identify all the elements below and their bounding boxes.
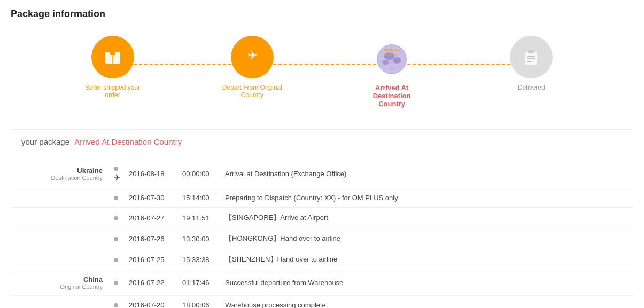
clipboard-icon — [521, 46, 541, 68]
progress-section: Seller shipped your order ✈ Depart From … — [11, 30, 633, 113]
step-label-depart: Depart From Original Country — [220, 84, 284, 99]
timeline-dot — [114, 281, 118, 285]
location-cell — [11, 249, 107, 270]
table-row: China Original Country2016-07-2201:17:46… — [11, 270, 633, 296]
step-circle-delivered — [510, 36, 553, 78]
location-cell — [11, 296, 107, 309]
svg-text:✈: ✈ — [247, 49, 257, 62]
dot-cell — [107, 188, 125, 208]
dot-cell — [107, 270, 125, 296]
svg-text:Tracking: Tracking — [386, 52, 397, 55]
step-circle-seller-shipped — [91, 36, 134, 78]
description-cell: 【HONGKONG】Hand over to airline — [221, 228, 633, 249]
description-cell: Arrival at Destination (Exchange Office) — [221, 159, 633, 188]
tracking-table: Ukraine Destination Country ✈2016-08-180… — [11, 159, 633, 308]
status-text-section: your package Arrived At Destination Coun… — [11, 129, 633, 154]
progress-step-delivered: Delivered — [462, 36, 601, 91]
date-cell: 2016-07-25 — [125, 249, 178, 270]
step-label-arrived: Arrived At Destination Country — [360, 84, 424, 108]
progress-step-depart: ✈ Depart From Original Country — [182, 36, 322, 99]
status-highlight: Arrived At Destination Country — [74, 137, 182, 146]
page-container: Package information Seller shipped your … — [0, 0, 644, 308]
location-cell — [11, 228, 107, 249]
step-circle-depart: ✈ — [231, 36, 274, 78]
date-cell: 2016-07-30 — [125, 188, 178, 208]
date-cell: 2016-07-20 — [125, 296, 178, 309]
table-row: 2016-07-2018:00:06Warehouse processing c… — [11, 296, 633, 309]
description-cell: 【SHENZHEN】Hand over to airline — [221, 249, 633, 270]
progress-step-arrived: Global Order Tracking Arrived At Destina… — [322, 36, 462, 108]
time-cell: 15:33:38 — [178, 249, 221, 270]
date-cell: 2016-07-26 — [125, 228, 178, 249]
timeline-dot — [114, 167, 118, 171]
timeline-dot — [114, 237, 118, 241]
time-cell: 00:00:00 — [178, 159, 221, 188]
dot-cell — [107, 228, 125, 249]
time-cell: 01:17:46 — [178, 270, 221, 296]
description-cell: 【SINGAPORE】Arrive at Airport — [221, 208, 633, 228]
timeline-dot — [114, 196, 118, 200]
location-cell — [11, 188, 107, 208]
description-cell: Preparing to Dispatch (Country: XX) - fo… — [221, 188, 633, 208]
location-cell — [11, 208, 107, 228]
globe-circle: Global Order Tracking — [370, 36, 413, 78]
location-cell: China Original Country — [11, 270, 107, 296]
date-cell: 2016-08-18 — [125, 159, 178, 188]
svg-point-10 — [383, 60, 389, 65]
table-row: 2016-07-2719:11:51【SINGAPORE】Arrive at A… — [11, 208, 633, 228]
dot-cell — [107, 296, 125, 309]
location-cell: Ukraine Destination Country — [11, 159, 107, 188]
package-icon — [102, 44, 123, 70]
description-cell: Warehouse processing complete — [221, 296, 633, 309]
svg-text:Global Order: Global Order — [384, 49, 400, 51]
dot-cell: ✈ — [107, 159, 125, 188]
timeline-dot — [114, 216, 118, 220]
time-cell: 15:14:00 — [178, 188, 221, 208]
location-main: China — [15, 275, 103, 283]
svg-point-9 — [393, 57, 401, 64]
table-row: 2016-07-2515:33:38【SHENZHEN】Hand over to… — [11, 249, 633, 270]
location-main: Ukraine — [15, 167, 103, 175]
page-title: Package information — [11, 9, 633, 20]
date-cell: 2016-07-27 — [125, 208, 178, 228]
dot-cell — [107, 249, 125, 270]
plane-icon: ✈ — [113, 173, 120, 182]
location-sub: Destination Country — [15, 175, 103, 181]
date-cell: 2016-07-22 — [125, 270, 178, 296]
status-prefix: your package — [21, 137, 69, 146]
table-row: Ukraine Destination Country ✈2016-08-180… — [11, 159, 633, 188]
time-cell: 13:30:00 — [178, 228, 221, 249]
timeline-dot — [114, 303, 118, 307]
timeline-dot — [114, 258, 118, 262]
airplane-icon: ✈ — [240, 43, 264, 71]
time-cell: 18:00:06 — [178, 296, 221, 309]
svg-rect-17 — [528, 50, 534, 53]
table-row: 2016-07-3015:14:00Preparing to Dispatch … — [11, 188, 633, 208]
dot-cell — [107, 208, 125, 228]
progress-step-seller-shipped: Seller shipped your order — [43, 36, 182, 99]
step-label-delivered: Delivered — [518, 84, 545, 91]
location-sub: Original Country — [15, 283, 103, 290]
step-label-seller-shipped: Seller shipped your order — [81, 84, 145, 99]
time-cell: 19:11:51 — [178, 208, 221, 228]
description-cell: Successful departure from Warehouse — [221, 270, 633, 296]
table-row: 2016-07-2613:30:00【HONGKONG】Hand over to… — [11, 228, 633, 249]
